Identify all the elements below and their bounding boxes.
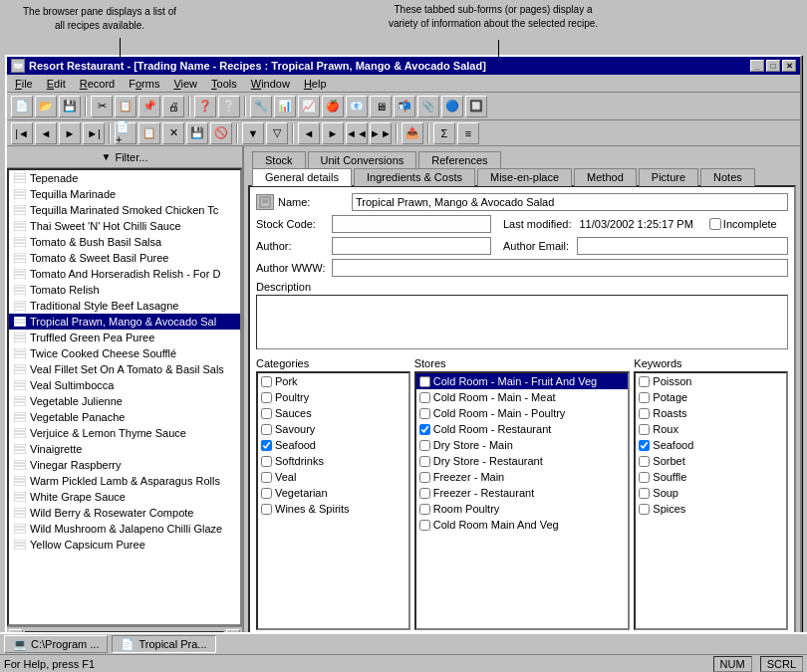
nav-back[interactable]: ◄ — [298, 122, 320, 144]
category-item[interactable]: Pork — [258, 373, 408, 389]
store-item[interactable]: Cold Room - Main - Meat — [416, 389, 629, 405]
category-checkbox[interactable] — [261, 424, 272, 435]
keyword-item[interactable]: Roux — [636, 421, 786, 437]
recipe-item[interactable]: Truffled Green Pea Puree — [9, 330, 240, 345]
author-email-input[interactable] — [577, 237, 788, 255]
tab-stock[interactable]: Stock — [252, 151, 306, 168]
category-item[interactable]: Softdrinks — [258, 453, 408, 469]
category-item[interactable]: Wines & Spirits — [258, 501, 408, 517]
tool8[interactable]: 📎 — [417, 96, 439, 117]
recipe-item[interactable]: Vegetable Panache — [9, 409, 240, 425]
recipe-item[interactable]: Vinegar Raspberry — [9, 457, 240, 473]
recipe-item[interactable]: Tequilla Marinade — [9, 186, 240, 202]
categories-list[interactable]: PorkPoultrySaucesSavourySeafoodSoftdrink… — [256, 371, 410, 630]
recipe-item[interactable]: Tomato And Horseradish Relish - For D — [9, 266, 240, 282]
recipe-list[interactable]: TepenadeTequilla MarinadeTequilla Marina… — [7, 168, 242, 626]
tab-ingredients-costs[interactable]: Ingredients & Costs — [354, 168, 475, 186]
recipe-item[interactable]: Thai Sweet 'N' Hot Chilli Sauce — [9, 218, 240, 234]
store-checkbox[interactable] — [419, 376, 430, 387]
keyword-item[interactable]: Potage — [636, 389, 786, 405]
stores-list[interactable]: Cold Room - Main - Fruit And VegCold Roo… — [414, 371, 631, 630]
category-item[interactable]: Vegetarian — [258, 485, 408, 501]
tab-notes[interactable]: Notes — [700, 168, 755, 186]
store-item[interactable]: Room Poultry — [416, 501, 629, 517]
recipe-item[interactable]: Veal Fillet Set On A Tomato & Basil Sals — [9, 361, 240, 377]
store-checkbox[interactable] — [419, 392, 430, 403]
stock-code-input[interactable] — [332, 215, 491, 233]
nav-cancel[interactable]: 🚫 — [210, 122, 232, 144]
store-checkbox[interactable] — [419, 472, 430, 483]
tool10[interactable]: 🔲 — [465, 96, 487, 117]
cut-button[interactable]: ✂ — [91, 96, 113, 117]
category-item[interactable]: Seafood — [258, 437, 408, 453]
taskbar-item-recipe[interactable]: 📄 Tropical Pra... — [112, 635, 215, 653]
recipe-item[interactable]: Wild Berry & Rosewater Compote — [9, 505, 240, 521]
category-checkbox[interactable] — [261, 472, 272, 483]
tool2[interactable]: 📊 — [274, 96, 296, 117]
copy-button[interactable]: 📋 — [115, 96, 136, 117]
keyword-checkbox[interactable] — [639, 456, 650, 467]
keyword-checkbox[interactable] — [639, 472, 650, 483]
category-checkbox[interactable] — [261, 392, 272, 403]
store-item[interactable]: Cold Room - Main - Poultry — [416, 405, 629, 421]
menu-help[interactable]: Help — [298, 77, 333, 91]
category-item[interactable]: Poultry — [258, 389, 408, 405]
filter-bar[interactable]: ▼ Filter... — [7, 146, 242, 168]
category-checkbox[interactable] — [261, 504, 272, 515]
nav-delete[interactable]: ✕ — [162, 122, 184, 144]
store-item[interactable]: Dry Store - Restaurant — [416, 453, 629, 469]
context-help-button[interactable]: ❔ — [218, 96, 240, 117]
category-checkbox[interactable] — [261, 488, 272, 499]
keyword-item[interactable]: Soup — [636, 485, 786, 501]
recipe-item[interactable]: Tepenade — [9, 170, 240, 186]
save-button[interactable]: 💾 — [59, 96, 81, 117]
recipe-item[interactable]: Veal Sultimbocca — [9, 377, 240, 393]
store-checkbox[interactable] — [419, 488, 430, 499]
tool4[interactable]: 🍎 — [322, 96, 344, 117]
recipe-item[interactable]: Verjuice & Lemon Thyme Sauce — [9, 425, 240, 441]
keyword-item[interactable]: Roasts — [636, 405, 786, 421]
recipe-item[interactable]: Tomato Relish — [9, 282, 240, 298]
store-checkbox[interactable] — [419, 520, 430, 531]
keyword-item[interactable]: Spices — [636, 501, 786, 517]
tool5[interactable]: 📧 — [346, 96, 368, 117]
category-checkbox[interactable] — [261, 440, 272, 451]
store-checkbox[interactable] — [419, 424, 430, 435]
category-item[interactable]: Veal — [258, 469, 408, 485]
recipe-item[interactable]: Wild Mushroom & Jalapeno Chilli Glaze — [9, 521, 240, 537]
nav-sigma[interactable]: Σ — [433, 122, 455, 144]
tab-general-details[interactable]: General details — [252, 168, 352, 186]
tool3[interactable]: 📈 — [298, 96, 320, 117]
recipe-item[interactable]: Tropical Prawn, Mango & Avocado Sal — [9, 314, 240, 330]
menu-window[interactable]: Window — [245, 77, 296, 91]
nav-next[interactable]: ► — [59, 122, 81, 144]
store-item[interactable]: Cold Room - Restaurant — [416, 421, 629, 437]
menu-view[interactable]: View — [167, 77, 203, 91]
keyword-checkbox[interactable] — [639, 440, 650, 451]
keyword-item[interactable]: Sorbet — [636, 453, 786, 469]
category-checkbox[interactable] — [261, 376, 272, 387]
recipe-item[interactable]: Vegetable Julienne — [9, 393, 240, 409]
tab-unit-conversions[interactable]: Unit Conversions — [308, 151, 417, 168]
category-checkbox[interactable] — [261, 456, 272, 467]
nav-f2[interactable]: ►► — [370, 122, 392, 144]
recipe-item[interactable]: Tequilla Marinated Smoked Chicken Tc — [9, 202, 240, 218]
recipe-item[interactable]: Tomato & Sweet Basil Puree — [9, 250, 240, 266]
tool6[interactable]: 🖥 — [370, 96, 392, 117]
print-button[interactable]: 🖨 — [162, 96, 184, 117]
paste-button[interactable]: 📌 — [138, 96, 160, 117]
keyword-item[interactable]: Souffle — [636, 469, 786, 485]
store-checkbox[interactable] — [419, 504, 430, 515]
store-item[interactable]: Freezer - Main — [416, 469, 629, 485]
name-input[interactable] — [352, 193, 788, 211]
new-button[interactable]: 📄 — [11, 96, 33, 117]
tool1[interactable]: 🔧 — [250, 96, 272, 117]
keyword-checkbox[interactable] — [639, 424, 650, 435]
nav-fwd[interactable]: ► — [322, 122, 344, 144]
store-item[interactable]: Dry Store - Main — [416, 437, 629, 453]
nav-filter[interactable]: ▼ — [242, 122, 264, 144]
nav-b2[interactable]: ◄◄ — [346, 122, 368, 144]
menu-tools[interactable]: Tools — [205, 77, 243, 91]
menu-edit[interactable]: Edit — [41, 77, 72, 91]
keyword-checkbox[interactable] — [639, 488, 650, 499]
